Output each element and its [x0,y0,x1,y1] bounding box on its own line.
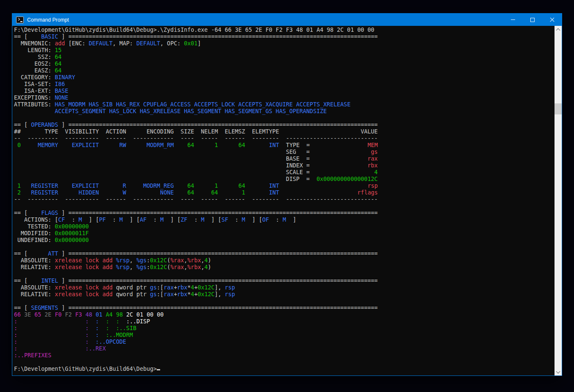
terminal-line: -- --------- ---------- ------ ---------… [14,135,555,142]
scroll-down-button[interactable] [555,368,562,375]
terminal-line: TESTED: 0x00000000 [14,223,555,230]
terminal-line: 0 MEMORY EXPLICIT RW MODRM_RM 64 1 64 IN… [14,142,555,149]
terminal-line: ABSOLUTE: xrelease lock add qword ptr gs… [14,284,555,291]
scrollbar-thumb[interactable] [555,103,562,114]
terminal-line: CATEGORY: BINARY [14,74,555,81]
terminal-line: :..PREFIXES [14,352,555,359]
close-icon [550,17,555,22]
terminal-line: 2 REGISTER HIDDEN W NONE 64 64 1 INT rfl… [14,189,555,196]
chevron-down-icon [556,369,560,373]
terminal-line: ATTRIBUTES: HAS_MODRM HAS_SIB HAS_REX CP… [14,101,555,108]
terminal-line: ISA-SET: I86 [14,81,555,88]
text-cursor [157,369,160,370]
terminal-line: : : :..OPCODE [14,339,555,345]
terminal-line: ABSOLUTE: xrelease lock add %rsp, %gs:0x… [14,257,555,264]
terminal-line: == [ BASIC ] ===========================… [14,33,555,40]
caption-buttons [503,14,562,26]
terminal-line: F:\Development\GitHub\zydis\Build64\Debu… [14,27,555,33]
title-bar[interactable]: Command Prompt [12,14,562,26]
terminal-line: ISA-EXT: BASE [14,88,555,95]
terminal-line: : :..REX [14,345,555,352]
terminal-line: INDEX = rbx [14,162,555,169]
terminal-line: ACTIONS: [CF : M ] [PF : M ] [AF : M ] [… [14,217,555,223]
cmd-app-icon [16,17,24,23]
terminal-line: RELATIVE: xrelease lock add qword ptr gs… [14,291,555,298]
terminal-line: SSZ: 64 [14,54,555,61]
chevron-up-icon [556,28,560,32]
terminal-line: MODIFIED: 0x0000011F [14,230,555,237]
terminal-line: -- --------- ---------- ------ ---------… [14,196,555,203]
terminal-line: SEG = gs [14,149,555,156]
terminal-line: SCALE = 4 [14,169,555,176]
window-body: F:\Development\GitHub\zydis\Build64\Debu… [12,26,562,375]
terminal-line: == [ INTEL ] ===========================… [14,278,555,284]
command-prompt-window: Command Prompt F:\Development\GitHub\zyd… [12,13,562,376]
terminal-line: RELATIVE: xrelease lock add %rsp, %gs:0x… [14,264,555,271]
terminal-line: EXCEPTIONS: NONE [14,95,555,101]
terminal-line: : : : : : :..DISP [14,318,555,325]
terminal-line: LENGTH: 15 [14,47,555,54]
terminal-line: : : : :..MODRM [14,332,555,339]
terminal-line: F:\Development\GitHub\zydis\Build64\Debu… [14,366,555,373]
close-button[interactable] [542,14,562,26]
terminal-line [14,271,555,278]
terminal-line: 66 3E 65 2E F0 F2 F3 48 01 A4 98 2C 01 0… [14,311,555,318]
maximize-icon [530,18,535,22]
terminal-line [14,115,555,122]
terminal-line [14,203,555,210]
terminal-line: DISP = 0x000000000000012C [14,176,555,183]
maximize-button[interactable] [523,14,542,26]
window-title: Command Prompt [27,17,69,23]
terminal-line: EASZ: 64 [14,67,555,74]
minimize-button[interactable] [503,14,523,26]
minimize-icon [511,19,515,20]
terminal-line: EOSZ: 64 [14,61,555,67]
terminal-line: MNEMONIC: add [ENC: DEFAULT, MAP: DEFAUL… [14,40,555,47]
terminal-line [14,244,555,250]
scroll-up-button[interactable] [555,26,562,33]
terminal-line: == [ ATT ] =============================… [14,250,555,257]
terminal-line [14,298,555,305]
terminal-line: ## TYPE VISIBILITY ACTION ENCODING SIZE … [14,128,555,135]
terminal-line: 1 REGISTER EXPLICIT R MODRM_REG 64 1 64 … [14,183,555,189]
terminal-line: ACCEPTS_SEGMENT HAS_LOCK HAS_XRELEASE HA… [14,108,555,115]
terminal-line: UNDEFINED: 0x00000000 [14,237,555,244]
terminal-line: BASE = rax [14,156,555,162]
terminal-line: : : : : :..SIB [14,325,555,332]
terminal-line: == [ OPERANDS ] ========================… [14,122,555,128]
terminal-output[interactable]: F:\Development\GitHub\zydis\Build64\Debu… [12,26,555,375]
terminal-line: == [ SEGMENTS ] ========================… [14,305,555,311]
terminal-line: == [ FLAGS ] ===========================… [14,210,555,217]
terminal-line [14,359,555,366]
vertical-scrollbar[interactable] [555,26,562,375]
